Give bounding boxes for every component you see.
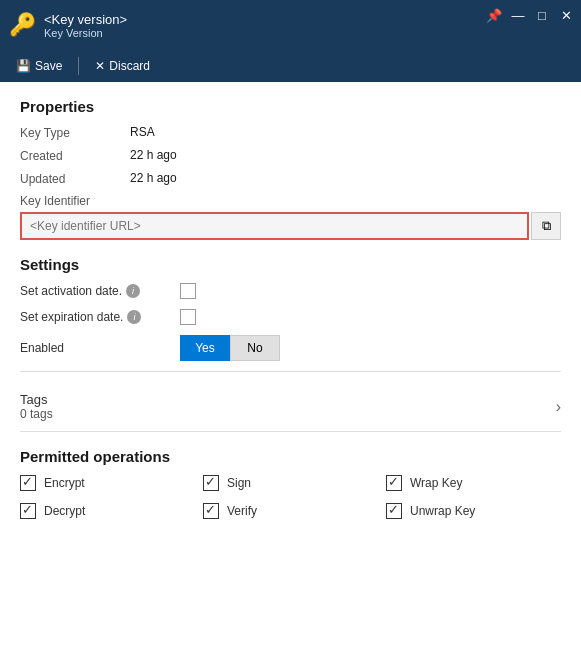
discard-button[interactable]: ✕ Discard: [87, 53, 158, 79]
properties-section-title: Properties: [20, 98, 561, 115]
key-type-label: Key Type: [20, 125, 130, 140]
updated-row: Updated 22 h ago: [20, 171, 561, 186]
copy-button[interactable]: ⧉: [531, 212, 561, 240]
key-identifier-input[interactable]: [20, 212, 529, 240]
tags-content: Tags 0 tags: [20, 392, 53, 421]
activation-checkbox[interactable]: [180, 283, 196, 299]
pin-button[interactable]: 📌: [483, 4, 505, 26]
toolbar: 💾 Save ✕ Discard: [0, 50, 581, 82]
content-area: Properties Key Type RSA Created 22 h ago…: [0, 82, 581, 657]
permitted-grid: EncryptSignWrap KeyDecryptVerifyUnwrap K…: [20, 475, 561, 519]
toggle-no-button[interactable]: No: [230, 335, 280, 361]
perm-checkbox-unwrap-key[interactable]: [386, 503, 402, 519]
permitted-item-verify: Verify: [203, 503, 378, 519]
updated-value: 22 h ago: [130, 171, 177, 185]
expiration-label: Set expiration date. i: [20, 310, 180, 324]
permitted-operations-title: Permitted operations: [20, 448, 561, 465]
perm-checkbox-encrypt[interactable]: [20, 475, 36, 491]
activation-info-icon: i: [126, 284, 140, 298]
permitted-item-wrap-key: Wrap Key: [386, 475, 561, 491]
tags-title: Tags: [20, 392, 53, 407]
expiration-row: Set expiration date. i: [20, 309, 561, 325]
app-icon: 🔑: [8, 11, 36, 39]
save-label: Save: [35, 59, 62, 73]
created-value: 22 h ago: [130, 148, 177, 162]
minimize-button[interactable]: —: [507, 4, 529, 26]
perm-label-sign: Sign: [227, 476, 251, 490]
expiration-info-icon: i: [127, 310, 141, 324]
updated-label: Updated: [20, 171, 130, 186]
perm-checkbox-wrap-key[interactable]: [386, 475, 402, 491]
copy-icon: ⧉: [542, 218, 551, 234]
key-type-row: Key Type RSA: [20, 125, 561, 140]
toolbar-separator: [78, 57, 79, 75]
activation-label: Set activation date. i: [20, 284, 180, 298]
settings-section-title: Settings: [20, 256, 561, 273]
save-icon: 💾: [16, 59, 31, 73]
key-identifier-row: ⧉: [20, 212, 561, 240]
titlebar-text: <Key version> Key Version: [44, 12, 127, 39]
enabled-toggle: Yes No: [180, 335, 280, 361]
toggle-yes-button[interactable]: Yes: [180, 335, 230, 361]
save-button[interactable]: 💾 Save: [8, 53, 70, 79]
divider-1: [20, 371, 561, 372]
perm-label-encrypt: Encrypt: [44, 476, 85, 490]
permitted-operations-section: Permitted operations EncryptSignWrap Key…: [20, 448, 561, 519]
permitted-item-encrypt: Encrypt: [20, 475, 195, 491]
maximize-button[interactable]: □: [531, 4, 553, 26]
perm-label-unwrap-key: Unwrap Key: [410, 504, 475, 518]
titlebar-subtitle: Key Version: [44, 27, 127, 39]
discard-icon: ✕: [95, 59, 105, 73]
perm-checkbox-decrypt[interactable]: [20, 503, 36, 519]
titlebar-title: <Key version>: [44, 12, 127, 27]
perm-checkbox-sign[interactable]: [203, 475, 219, 491]
created-row: Created 22 h ago: [20, 148, 561, 163]
key-type-value: RSA: [130, 125, 155, 139]
activation-row: Set activation date. i: [20, 283, 561, 299]
discard-label: Discard: [109, 59, 150, 73]
chevron-right-icon: ›: [556, 398, 561, 416]
enabled-row: Enabled Yes No: [20, 335, 561, 361]
enabled-label: Enabled: [20, 341, 180, 355]
permitted-item-decrypt: Decrypt: [20, 503, 195, 519]
perm-label-wrap-key: Wrap Key: [410, 476, 462, 490]
tags-count: 0 tags: [20, 407, 53, 421]
created-label: Created: [20, 148, 130, 163]
key-icon: 🔑: [9, 12, 36, 38]
permitted-item-unwrap-key: Unwrap Key: [386, 503, 561, 519]
permitted-item-sign: Sign: [203, 475, 378, 491]
titlebar-controls: 📌 — □ ✕: [483, 4, 577, 26]
perm-label-verify: Verify: [227, 504, 257, 518]
close-button[interactable]: ✕: [555, 4, 577, 26]
key-identifier-label: Key Identifier: [20, 194, 561, 208]
perm-checkbox-verify[interactable]: [203, 503, 219, 519]
perm-label-decrypt: Decrypt: [44, 504, 85, 518]
expiration-checkbox[interactable]: [180, 309, 196, 325]
tags-row[interactable]: Tags 0 tags ›: [20, 382, 561, 432]
titlebar: 🔑 <Key version> Key Version 📌 — □ ✕: [0, 0, 581, 50]
